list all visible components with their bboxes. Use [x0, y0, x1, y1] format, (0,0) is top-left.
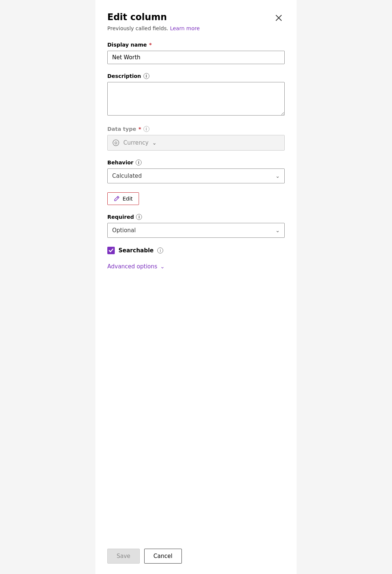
advanced-options-chevron-icon: ⌄	[160, 264, 165, 269]
currency-icon	[112, 139, 120, 146]
searchable-row: Searchable i	[107, 247, 285, 254]
edit-calculated-button[interactable]: Edit	[107, 192, 139, 205]
behavior-group: Behavior i Calculated ⌄	[107, 160, 285, 183]
panel-header: Edit column	[107, 12, 285, 24]
advanced-options-label: Advanced options	[107, 263, 157, 270]
data-type-group: Data type * i Currency ⌄	[107, 126, 285, 151]
data-type-select: Currency ⌄	[107, 135, 285, 151]
required-group: Required i Optional ⌄	[107, 214, 285, 238]
required-chevron-icon: ⌄	[275, 227, 280, 233]
behavior-select[interactable]: Calculated ⌄	[107, 168, 285, 183]
required-select-wrapper: Optional ⌄	[107, 223, 285, 238]
pencil-icon	[114, 196, 120, 202]
searchable-checkbox[interactable]	[107, 247, 115, 254]
footer-buttons: Save Cancel	[107, 549, 182, 564]
required-info-icon: i	[136, 214, 142, 220]
display-name-label: Display name *	[107, 42, 285, 48]
cancel-button[interactable]: Cancel	[144, 549, 182, 564]
description-group: Description i	[107, 73, 285, 117]
edit-button-container: Edit	[107, 192, 285, 214]
behavior-chevron-icon: ⌄	[275, 173, 280, 179]
data-type-required-star: *	[138, 126, 141, 132]
display-name-group: Display name *	[107, 42, 285, 64]
data-type-select-wrapper: Currency ⌄	[107, 135, 285, 151]
edit-column-panel: Edit column Previously called fields. Le…	[95, 0, 297, 574]
learn-more-link[interactable]: Learn more	[170, 25, 200, 31]
required-select[interactable]: Optional ⌄	[107, 223, 285, 238]
behavior-select-wrapper: Calculated ⌄	[107, 168, 285, 183]
svg-point-2	[113, 140, 119, 146]
data-type-info-icon: i	[143, 126, 149, 132]
description-info-icon: i	[143, 73, 149, 79]
data-type-chevron-icon: ⌄	[152, 140, 157, 146]
searchable-info-icon: i	[157, 247, 163, 253]
close-button[interactable]	[273, 12, 285, 24]
data-type-label: Data type * i	[107, 126, 285, 132]
required-star: *	[149, 42, 152, 48]
required-label: Required i	[107, 214, 285, 220]
advanced-options-row[interactable]: Advanced options ⌄	[107, 263, 285, 270]
save-button[interactable]: Save	[107, 549, 140, 564]
searchable-label: Searchable	[118, 247, 154, 254]
close-icon	[275, 15, 282, 21]
behavior-info-icon: i	[136, 160, 142, 165]
description-label: Description i	[107, 73, 285, 79]
behavior-label: Behavior i	[107, 160, 285, 165]
checkmark-icon	[109, 249, 113, 252]
panel-title: Edit column	[107, 12, 167, 22]
subtitle: Previously called fields. Learn more	[107, 25, 285, 31]
display-name-input[interactable]	[107, 51, 285, 64]
description-input[interactable]	[107, 82, 285, 116]
